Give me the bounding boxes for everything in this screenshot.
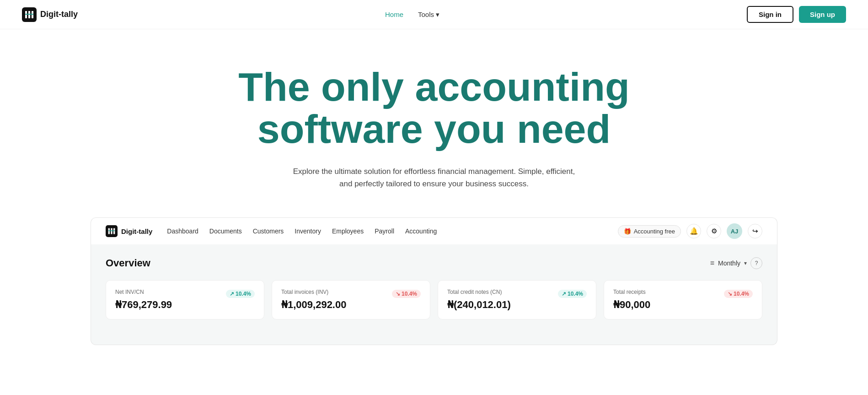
dashboard-area: Overview ≡ Monthly ▾ ? Net INV/CN ↗ 10.4…	[91, 244, 777, 345]
arrow-down-icon: ↘	[396, 291, 400, 297]
nav-documents-link[interactable]: Documents	[209, 227, 242, 235]
arrow-up-icon: ↗	[230, 291, 234, 297]
nav-customers-link[interactable]: Customers	[253, 227, 284, 235]
overview-header: Overview ≡ Monthly ▾ ?	[106, 257, 762, 269]
app-nav-right: 🎁 Accounting free 🔔 ⚙ AJ ↪	[618, 223, 762, 239]
hero-section: The only accounting software you need Ex…	[0, 29, 868, 217]
hero-title: The only accounting software you need	[182, 66, 686, 151]
stat-value-total-inv: ₦1,009,292.00	[281, 299, 421, 311]
overview-filter: ≡ Monthly ▾ ?	[710, 257, 762, 269]
filter-chevron-icon[interactable]: ▾	[744, 260, 747, 266]
accounting-free-label: Accounting free	[634, 228, 675, 235]
stat-value-receipts: ₦90,000	[613, 299, 753, 311]
app-navigation: Digit-tally Dashboard Documents Customer…	[91, 217, 777, 244]
svg-rect-9	[108, 231, 115, 232]
app-logo-icon	[106, 225, 118, 237]
settings-button[interactable]: ⚙	[707, 224, 721, 238]
top-nav-actions: Sign in Sign up	[747, 6, 846, 23]
nav-payroll-link[interactable]: Payroll	[375, 227, 394, 235]
stat-badge-receipts: ↘ 10.4%	[724, 290, 753, 298]
gift-icon: 🎁	[624, 228, 631, 235]
stat-header-credit-notes: Total credit notes (CN) ↗ 10.4%	[447, 289, 587, 299]
stat-header-receipts: Total receipts ↘ 10.4%	[613, 289, 753, 299]
top-logo: Digit-tally	[22, 7, 78, 22]
signin-button[interactable]: Sign in	[747, 6, 793, 23]
accounting-free-badge[interactable]: 🎁 Accounting free	[618, 225, 681, 238]
logout-button[interactable]: ↪	[748, 224, 762, 238]
stat-badge-credit-notes: ↗ 10.4%	[558, 290, 587, 298]
nav-tools-link[interactable]: Tools ▾	[418, 11, 439, 19]
logout-icon: ↪	[752, 227, 758, 235]
nav-dashboard-link[interactable]: Dashboard	[167, 227, 198, 235]
bell-button[interactable]: 🔔	[686, 224, 701, 238]
nav-employees-link[interactable]: Employees	[332, 227, 364, 235]
filter-help-button[interactable]: ?	[750, 257, 762, 269]
top-logo-text: Digit-tally	[40, 10, 78, 19]
stat-card-credit-notes: Total credit notes (CN) ↗ 10.4% ₦(240,01…	[438, 280, 596, 319]
stat-value-credit-notes: ₦(240,012.01)	[447, 299, 587, 311]
settings-icon: ⚙	[711, 227, 717, 235]
stat-card-total-inv: Total invoices (INV) ↘ 10.4% ₦1,009,292.…	[272, 280, 430, 319]
stat-value-net-inv: ₦769,279.99	[115, 299, 255, 311]
svg-rect-4	[25, 14, 33, 15]
app-logo: Digit-tally	[106, 225, 152, 237]
stat-label-receipts: Total receipts	[613, 289, 646, 295]
arrow-down-icon-2: ↘	[728, 291, 732, 297]
stat-label-net-inv: Net INV/CN	[115, 289, 144, 295]
nav-inventory-link[interactable]: Inventory	[295, 227, 321, 235]
stat-label-credit-notes: Total credit notes (CN)	[447, 289, 502, 295]
stat-header-net-inv: Net INV/CN ↗ 10.4%	[115, 289, 255, 299]
app-nav-left: Digit-tally Dashboard Documents Customer…	[106, 225, 437, 237]
stat-card-receipts: Total receipts ↘ 10.4% ₦90,000	[604, 280, 762, 319]
filter-icon: ≡	[710, 259, 714, 267]
arrow-up-icon-2: ↗	[562, 291, 566, 297]
app-nav-links: Dashboard Documents Customers Inventory …	[167, 227, 437, 235]
stat-header-total-inv: Total invoices (INV) ↘ 10.4%	[281, 289, 421, 299]
stat-label-total-inv: Total invoices (INV)	[281, 289, 328, 295]
digit-tally-logo-icon	[22, 7, 37, 22]
nav-home-link[interactable]: Home	[385, 11, 403, 18]
stat-badge-net-inv: ↗ 10.4%	[226, 290, 255, 298]
stat-card-net-inv: Net INV/CN ↗ 10.4% ₦769,279.99	[106, 280, 264, 319]
overview-title: Overview	[106, 257, 150, 269]
tools-chevron-icon: ▾	[436, 11, 439, 19]
top-navigation: Digit-tally Home Tools ▾ Sign in Sign up	[0, 0, 868, 29]
app-logo-text: Digit-tally	[121, 227, 152, 235]
stats-row: Net INV/CN ↗ 10.4% ₦769,279.99 Total inv…	[106, 280, 762, 319]
nav-accounting-link[interactable]: Accounting	[405, 227, 437, 235]
user-avatar[interactable]: AJ	[727, 223, 742, 239]
top-nav-links: Home Tools ▾	[385, 11, 439, 19]
filter-label: Monthly	[718, 260, 740, 267]
bell-icon: 🔔	[690, 227, 698, 235]
app-preview: Digit-tally Dashboard Documents Customer…	[69, 217, 799, 345]
signup-button[interactable]: Sign up	[799, 6, 846, 23]
stat-badge-total-inv: ↘ 10.4%	[392, 290, 421, 298]
hero-subtitle: Explore the ultimate solution for effort…	[292, 165, 576, 190]
